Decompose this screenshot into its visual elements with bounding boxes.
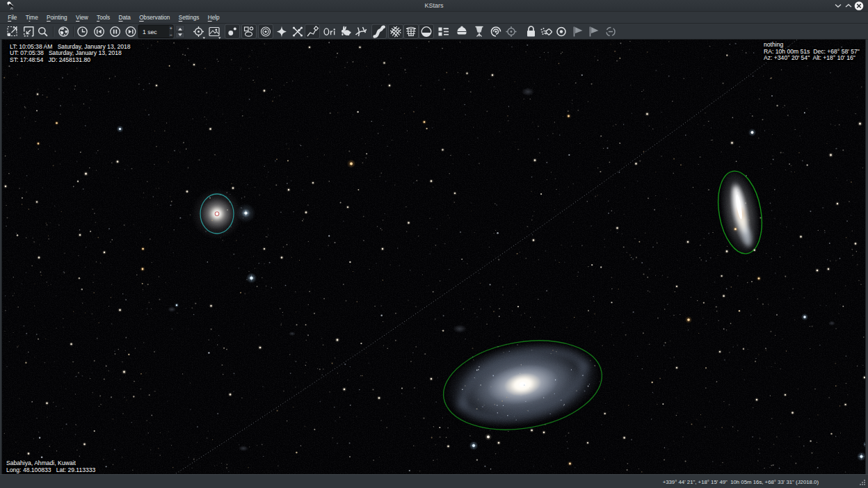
svg-text:1 sec: 1 sec — [143, 29, 157, 35]
svg-text:+: + — [170, 26, 172, 31]
svg-text:−: − — [170, 33, 172, 38]
